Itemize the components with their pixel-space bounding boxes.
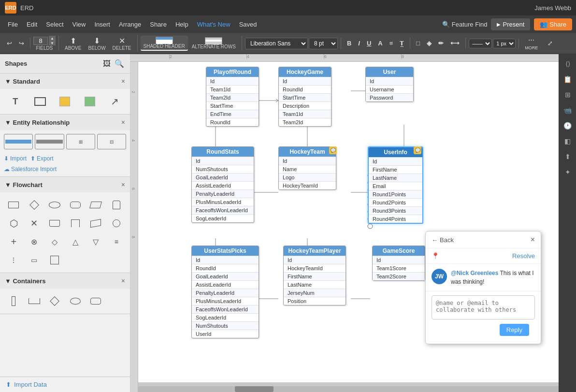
shape-border-btn[interactable]: □ [413,38,423,49]
er-shape-3[interactable]: ⊞ [66,134,95,149]
fc-cross[interactable]: ✕ [25,215,44,232]
game-score-table[interactable]: GameScore Id Team1Score Team2Score [372,246,425,281]
comment-back-btn[interactable]: ← Back [432,236,454,244]
comment-input[interactable] [432,295,535,319]
alternate-rows-btn[interactable]: ALTERNATE ROWS [189,36,239,50]
standard-close[interactable]: × [121,77,125,85]
menu-view[interactable]: View [69,19,90,30]
user-table[interactable]: User Id Username Password [365,67,414,102]
fields-down-btn[interactable]: ▼ [49,41,56,45]
containers-header[interactable]: ▼ Containers × [0,273,130,289]
text-shape[interactable]: T [4,93,27,110]
horizontal-scrollbar[interactable] [138,386,559,392]
color-rect-shape[interactable] [78,93,101,110]
menu-help[interactable]: Help [172,19,192,30]
search-btn[interactable]: 🔍 [114,58,125,69]
hockey-team-table[interactable]: HockeyTeam Id Name Logo HockeyTeamId [278,146,336,190]
text-style-btn[interactable]: T̲ [397,38,407,49]
fc-rounded-diamond[interactable]: ◇ [45,233,65,250]
ct-diamond[interactable] [45,292,65,310]
fc-round-rect[interactable] [66,196,86,214]
menu-arrange[interactable]: Arrange [115,19,145,30]
font-size-select[interactable]: 8 pt [309,38,338,49]
shapes-header[interactable]: Shapes 🖼 🔍 [0,54,130,73]
user-info-table[interactable]: UserInfo Id FirstName LastName Email Rou… [368,146,423,224]
user-info-comment-badge[interactable]: 💬 [414,146,421,154]
line-style-select[interactable]: —— [469,39,492,48]
user-stats-picks-table[interactable]: UserStatsPicks Id RoundId GoalLeaderId A… [191,246,259,338]
hockey-team-comment-badge[interactable]: 💬 [329,146,337,154]
menu-insert[interactable]: Insert [90,19,114,30]
flowchart-close[interactable]: × [121,181,125,189]
containers-close[interactable]: × [121,277,125,285]
above-btn[interactable]: ⬆ ABOVE [62,35,84,52]
rs-clock-btn[interactable]: 🕐 [561,119,575,132]
comment-close-btn[interactable]: × [531,235,535,244]
ct-ellipse[interactable] [66,292,86,310]
share-button[interactable]: 👥 Share [534,18,572,30]
menu-whats-new[interactable]: What's New [193,19,234,30]
underline-btn[interactable]: U [364,38,374,49]
font-select[interactable]: Liberation Sans [245,38,308,49]
fields-input[interactable] [33,37,48,45]
fc-x-circle[interactable]: ⊗ [25,233,44,250]
er-shape-1[interactable] [4,134,33,149]
rs-upload-btn[interactable]: ⬆ [561,150,575,163]
fc-doc[interactable] [66,215,86,232]
ct-wide-rect[interactable] [25,292,44,310]
align-left-btn[interactable]: ≡ [387,38,396,49]
connection-btn[interactable]: ⟷ [447,38,462,49]
round-stats-table[interactable]: RoundStats Id NumShutouts GoalLeaderId A… [191,146,254,223]
fc-circle[interactable] [107,215,127,232]
below-btn[interactable]: ⬇ BELOW [85,35,108,52]
fc-hexagon[interactable]: ⬡ [4,215,24,232]
bold-btn[interactable]: B [344,38,354,49]
rs-pages-btn[interactable]: 📋 [561,73,575,86]
er-close[interactable]: × [121,118,125,126]
fc-cylinder[interactable] [107,196,127,214]
hockey-team-player-table[interactable]: HockeyTeamPlayer Id HockeyTeamId FirstNa… [283,246,346,305]
arrow-shape[interactable]: ↗ [103,93,126,110]
export-link[interactable]: ⬆ Export [30,155,54,162]
rs-video-btn[interactable]: 📹 [561,103,575,117]
fc-lines[interactable]: ≡ [107,233,127,250]
fc-lines2[interactable]: ⋮ [4,251,24,269]
image-btn[interactable]: 🖼 [102,58,112,69]
shaded-header-btn[interactable]: SHADED HEADER [141,36,188,51]
present-button[interactable]: Present [491,18,530,30]
menu-select[interactable]: Select [42,19,67,30]
canvas-area[interactable]: 2 4 6 8 2 4 6 8 [130,54,559,392]
italic-btn[interactable]: I [355,38,363,49]
undo-button[interactable]: ↩ [4,38,15,49]
menu-share[interactable]: Share [146,19,171,30]
salesforce-import-link[interactable]: ☁ Salesforce Import [4,166,126,173]
flowchart-header[interactable]: ▼ Flowchart × [0,177,130,192]
fc-trapezoid[interactable] [45,215,65,232]
comment-reply-btn[interactable]: Reply [500,324,529,336]
hockey-game-table[interactable]: HockeyGame Id RoundId StartTime Descript… [278,67,331,127]
import-link[interactable]: ⬇ Import [4,155,27,162]
rs-expand-btn[interactable]: ⟨⟩ [561,57,575,71]
import-data-btn[interactable]: ⬆ Import Data [0,377,130,392]
feature-find-btn[interactable]: 🔍 Feature Find [442,21,488,28]
fc-triangle-up[interactable]: △ [66,233,86,250]
ct-thin-rect[interactable] [4,292,24,310]
fc-plus[interactable]: + [4,233,24,250]
rs-wand-btn[interactable]: ✦ [561,165,575,179]
fc-step[interactable] [86,215,106,232]
more-btn[interactable]: ⋯MORE [522,34,541,53]
fc-box-check[interactable]: ▭ [25,251,44,269]
fc-triangle-down[interactable]: ▽ [86,233,106,250]
redo-button[interactable]: ↪ [16,38,27,49]
fc-ellipse[interactable] [45,196,65,214]
playoff-round-table[interactable]: PlayoffRound Id Team1Id Team2Id StartTim… [206,67,259,127]
rs-table-btn[interactable]: ⊞ [561,88,575,102]
comment-resolve-btn[interactable]: Resolve [512,252,535,260]
menu-edit[interactable]: Edit [23,19,41,30]
fullscreen-btn[interactable]: ⤢ [545,38,556,49]
sticky-note-shape[interactable] [54,93,76,110]
menu-saved[interactable]: Saved [235,19,261,30]
fc-small-rect[interactable] [45,251,65,269]
line-color-btn[interactable]: ✏ [435,38,446,49]
er-shape-4[interactable]: ⊟ [97,134,126,149]
